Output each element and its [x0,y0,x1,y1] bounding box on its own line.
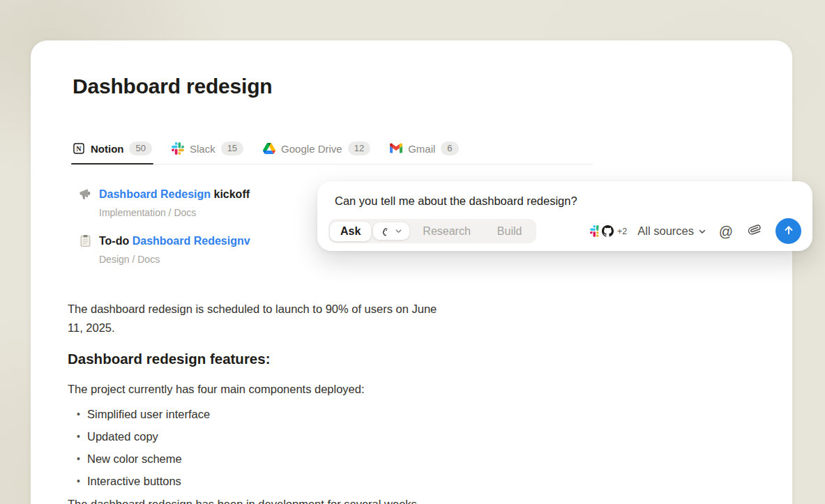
tab-label: Slack [190,143,215,155]
result-title-prefix: To-do [99,235,133,247]
list-item: Updated copy [68,425,792,448]
megaphone-icon [79,188,92,201]
mode-ask-button[interactable]: Ask [330,222,371,241]
tab-google-drive[interactable]: Google Drive 12 [262,139,372,164]
result-breadcrumb: Design / Docs [99,253,250,266]
result-link[interactable]: Dashboard Redesignv [133,235,250,247]
tab-count-badge: 15 [221,142,243,155]
heading-features: Dashboard redesign features: [68,349,792,369]
paragraph-development: The dashboard redesign has been in devel… [68,495,792,504]
result-text: To-do Dashboard Redesignv Design / Docs [99,234,250,266]
mode-build-button[interactable]: Build [484,222,536,241]
tab-count-badge: 6 [441,142,458,155]
svg-text:N: N [76,145,82,153]
tab-label: Google Drive [281,143,342,155]
chevron-down-icon [698,227,706,236]
chat-right-controls: +2 All sources @ [588,218,801,244]
result-title-suffix: kickoff [211,188,250,200]
result-link[interactable]: Dashboard Redesign [99,188,211,200]
page-title: Dashboard redesign [73,74,792,99]
mode-build-label: Build [497,225,522,238]
tab-label: Gmail [408,143,435,155]
tab-notion[interactable]: N Notion 50 [71,139,153,164]
paragraph-components: The project currently has four main comp… [68,380,792,399]
chevron-down-icon [395,227,402,235]
slack-icon [172,142,184,155]
mode-research-label: Research [423,225,470,238]
at-icon: @ [719,224,733,238]
model-selector-button[interactable] [373,222,409,240]
list-item: New color scheme [68,448,792,470]
github-icon [600,224,615,239]
sources-more-badge: +2 [617,227,627,236]
desktop-background: Dashboard redesign N Notion 50 Slack 15 [0,0,825,504]
mode-research-button[interactable]: Research [409,222,483,241]
ai-face-icon [380,226,391,236]
all-sources-dropdown[interactable]: All sources [637,224,706,238]
gmail-icon [390,142,402,155]
result-text: Dashboard Redesign kickoff Implementatio… [99,187,250,219]
document-body: The dashboard redesign is scheduled to l… [68,300,792,504]
send-arrow-icon [782,224,795,238]
attach-file-button[interactable] [745,222,764,240]
tab-slack[interactable]: Slack 15 [170,139,245,164]
mention-button[interactable]: @ [717,222,735,240]
list-item: Interactive buttons [68,470,792,492]
tab-gmail[interactable]: Gmail 6 [388,139,460,164]
source-tabs: N Notion 50 Slack 15 Google Drive 12 [71,139,593,165]
document-card: Dashboard redesign N Notion 50 Slack 15 [31,40,792,504]
feature-list: Simplified user interface Updated copy N… [68,403,792,492]
mode-selector: Ask Research Build [328,219,536,243]
paperclip-icon [748,223,762,239]
tab-count-badge: 12 [348,142,370,155]
ai-chat-input-box[interactable]: Can you tell me about the dashboard rede… [317,181,812,251]
result-breadcrumb: Implementation / Docs [99,206,250,219]
google-drive-icon [263,142,275,155]
chat-query-text[interactable]: Can you tell me about the dashboard rede… [335,194,801,208]
notion-icon: N [73,142,85,155]
all-sources-label: All sources [637,224,694,238]
tab-label: Notion [91,143,123,155]
send-button[interactable] [775,218,801,244]
connected-sources[interactable]: +2 [588,224,627,239]
mode-ask-label: Ask [340,225,361,238]
tab-count-badge: 50 [129,142,151,155]
paragraph-launch: The dashboard redesign is scheduled to l… [68,300,448,337]
clipboard-icon [79,234,92,247]
list-item: Simplified user interface [68,403,792,425]
chat-controls: Ask Research Build [328,218,801,244]
